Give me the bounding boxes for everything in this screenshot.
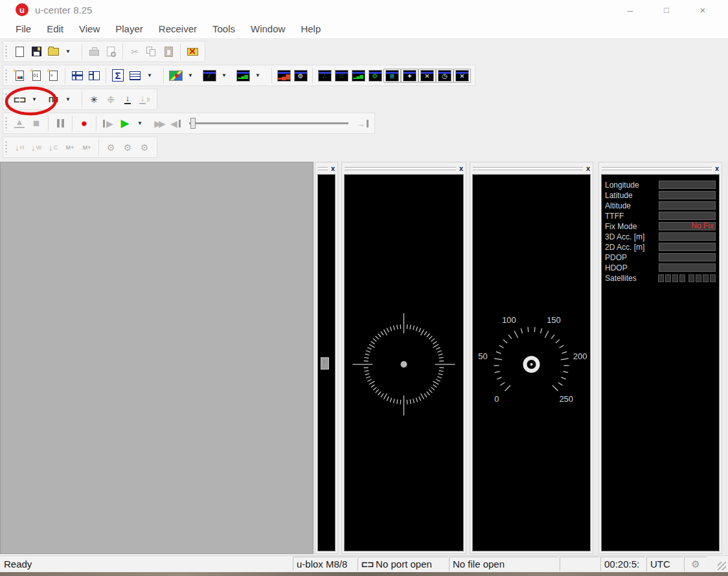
new-chart-view-button[interactable]: ✳ [12,67,27,84]
status-resize-grip[interactable] [708,556,728,572]
connect-port-dropdown[interactable]: ▼ [28,91,44,108]
camera-view-button[interactable]: ▂▄▆ [276,67,291,84]
settings-1-button[interactable]: ⚙ [103,139,119,156]
toolbar-grip[interactable] [5,45,8,59]
collapsed-badge[interactable]: : [321,357,329,370]
abort-transfer-button[interactable]: ✕ [185,43,200,60]
debug-button[interactable]: ❉ [103,91,119,108]
eject-button[interactable]: ▲ [12,115,27,132]
dock-grip[interactable] [473,167,583,170]
close-icon[interactable]: x [459,165,463,172]
chart-view-button[interactable]: ⁄ [201,67,217,84]
paste-button[interactable] [161,43,176,60]
layout-horizontal-button[interactable] [69,67,85,84]
stop-button[interactable]: ■ [28,115,44,132]
toolbar-grip[interactable] [5,140,8,155]
new-chart-view-icon: ✳ [16,71,24,81]
playback-slider[interactable] [189,117,348,130]
connect-port-button[interactable]: ⊏⊐ [12,91,27,108]
print-button[interactable] [86,43,102,60]
map-view-dropdown[interactable]: ▼ [185,67,200,84]
save-config-button[interactable]: M+ [62,139,78,156]
minimize-button[interactable]: – [623,5,637,16]
download-button[interactable]: ↓ [120,91,135,108]
table-view-dropdown[interactable]: ▼ [144,67,159,84]
dock-grip[interactable] [345,167,456,170]
compass-view-button[interactable]: ✦ [401,69,418,83]
save-file-button[interactable] [28,43,44,60]
play-speed-dropdown[interactable]: ▼ [134,115,150,132]
close-icon[interactable]: x [331,165,335,172]
close-icon[interactable]: x [586,165,590,172]
settings-2-button[interactable]: ⚙ [120,139,135,156]
data-view-button[interactable]: ≣ [383,69,401,83]
satellite-view-button[interactable]: ⚙ [367,67,383,84]
toolbar-grip[interactable] [5,69,8,83]
step-button[interactable]: ▶ [100,115,116,132]
document-workspace[interactable] [0,162,313,554]
open-file-button[interactable] [45,43,61,60]
maximize-button[interactable]: □ [659,5,674,15]
warmstart-button[interactable]: ↓W [28,139,44,156]
window-title: u-center 8.25 [35,5,92,16]
messages-view-button[interactable]: ∷ [334,67,349,84]
histogram-view-dropdown[interactable]: ▼ [252,67,267,84]
status-settings[interactable]: ⚙ [684,557,707,571]
docked-window-compass: x [341,162,466,554]
hotstart-button[interactable]: ↓H [12,139,27,156]
toolbar-grip[interactable] [5,116,8,131]
dock-grip[interactable] [318,167,328,170]
new-table-view-button[interactable]: ✳01 [28,67,44,84]
menu-edit[interactable]: Edit [39,21,71,37]
map-view-button[interactable] [168,67,183,84]
menu-view[interactable]: View [71,21,108,37]
new-text-view-button[interactable]: ✳≡ [45,67,61,84]
configuration-view-button[interactable]: ⚙ [293,67,308,84]
autobaud-button[interactable]: ✳ [86,91,102,108]
save-config-alt-button[interactable]: M+ [79,139,95,156]
table-view-button[interactable] [127,67,142,84]
toolbar-grip[interactable] [5,93,8,107]
dock-grip[interactable] [602,167,712,170]
skip-to-end-icon: → [356,118,365,129]
svg-text:50: 50 [478,351,487,361]
menu-file[interactable]: File [8,21,39,37]
messages-view-icon: ∷ [335,70,348,82]
download-alt-button[interactable]: ↓9 [137,91,152,108]
fast-forward-button[interactable]: ▶▶ [151,115,166,132]
menu-help[interactable]: Help [293,21,328,37]
new-file-button[interactable] [12,43,27,60]
copy-button[interactable] [144,43,159,60]
deviation-map-view-button[interactable]: ✕ [418,69,436,83]
baudrate-button[interactable]: ΠΠ [45,91,61,108]
chart-view-dropdown[interactable]: ▼ [218,67,234,84]
menu-window[interactable]: Window [243,21,293,37]
skip-to-start-button[interactable]: ◀ [168,115,183,132]
close-icon[interactable]: x [715,165,719,172]
slider-thumb[interactable] [190,118,196,129]
menu-tools[interactable]: Tools [205,21,243,37]
print-preview-button[interactable] [103,43,119,60]
histogram-view-button[interactable]: ▂▄▆ [235,67,251,84]
close-button[interactable]: × [696,5,710,16]
statistics-view-button[interactable]: Σ [110,67,126,84]
sky-view-button[interactable]: ∴ [317,67,332,84]
play-button[interactable]: ▶ [117,115,133,132]
clock-view-button[interactable]: ◷ [436,69,453,83]
open-file-dropdown[interactable]: ▼ [62,43,78,60]
baudrate-dropdown[interactable]: ▼ [62,91,78,108]
slider-track[interactable] [189,122,348,124]
record-button[interactable]: ● [76,115,92,132]
layout-vertical-button[interactable] [86,67,102,84]
sky-map-view-button[interactable]: ✕ [453,69,471,83]
settings-3-button[interactable]: ⚙ [137,139,152,156]
skip-to-end-button[interactable]: → [354,115,370,132]
signal-bars-view-button[interactable]: ▂▄▆ [350,67,366,84]
menu-player[interactable]: Player [108,21,151,37]
coldstart-button[interactable]: ↓C [45,139,61,156]
pause-button[interactable] [52,115,68,132]
layout-horizontal-icon [72,71,83,80]
menu-receiver[interactable]: Receiver [151,21,205,37]
cut-button[interactable]: ✂ [127,43,142,60]
altitude-value [659,201,716,210]
